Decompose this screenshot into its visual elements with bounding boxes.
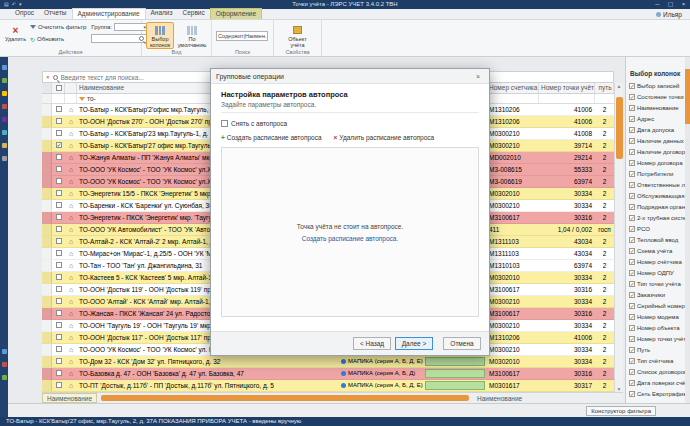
- checkbox-icon[interactable]: ✓: [629, 160, 635, 166]
- remove-autopoll-checkbox[interactable]: Снять с автопроса: [221, 120, 479, 127]
- dock-icon-4[interactable]: [2, 117, 7, 122]
- checkbox-icon[interactable]: ✓: [629, 138, 635, 144]
- search-mode-combo[interactable]: Содержит|Наимен... ▾: [216, 31, 268, 41]
- dock-icon-3[interactable]: [2, 104, 7, 109]
- choose-columns-button[interactable]: Выбор колонок: [146, 22, 174, 49]
- bottom-tab-name[interactable]: Наименование: [42, 393, 97, 403]
- checkbox-icon[interactable]: ✓: [629, 182, 635, 188]
- row-checkbox[interactable]: [52, 188, 65, 199]
- user-chip[interactable]: Ильяр: [656, 10, 682, 19]
- undo-icon[interactable]: ↶: [12, 0, 16, 9]
- dock-icon-9[interactable]: [2, 362, 7, 367]
- row-checkbox[interactable]: [52, 176, 65, 187]
- app-menu-icon[interactable]: ▤: [4, 0, 9, 9]
- object-button[interactable]: Объект учёта: [283, 22, 313, 49]
- row-checkbox[interactable]: [52, 248, 65, 259]
- ribbon-tab-1[interactable]: Отчеты: [39, 8, 71, 19]
- checkbox-icon[interactable]: ✓: [629, 94, 635, 100]
- column-toggle-25[interactable]: ✓Тип счётчика: [626, 355, 690, 366]
- row-checkbox[interactable]: [52, 344, 65, 355]
- row-checkbox[interactable]: [52, 272, 65, 283]
- row-checkbox[interactable]: [52, 152, 65, 163]
- minimize-icon[interactable]: ─: [651, 0, 664, 9]
- dock-icon-10[interactable]: [2, 375, 7, 380]
- row-checkbox[interactable]: [52, 356, 65, 367]
- table-row[interactable]: ⌂ТО-ПТ 'Достык, д.117б' - ПП 'Достык, д.…: [42, 380, 614, 392]
- close-icon[interactable]: ×: [472, 73, 484, 80]
- checkbox-icon[interactable]: ✓: [629, 391, 635, 397]
- close-icon[interactable]: ×: [677, 0, 690, 9]
- column-toggle-10[interactable]: ✓Обслуживающая орг...: [626, 190, 690, 201]
- dock-icon-8[interactable]: [2, 349, 7, 354]
- checkbox-icon[interactable]: ✓: [629, 358, 635, 364]
- column-toggle-2[interactable]: ✓Наименование: [626, 102, 690, 113]
- column-toggle-20[interactable]: ✓Серийный номер сч...: [626, 300, 690, 311]
- row-checkbox[interactable]: ✓: [52, 140, 65, 151]
- column-toggle-0[interactable]: ✓Выбор записей: [626, 80, 690, 91]
- checkbox-icon[interactable]: ✓: [629, 171, 635, 177]
- row-checkbox[interactable]: [52, 104, 65, 115]
- column-toggle-16[interactable]: ✓Номер счётчика: [626, 256, 690, 267]
- column-toggle-27[interactable]: ✓Дата поверки счёт...: [626, 377, 690, 388]
- column-toggle-18[interactable]: ✓Тип точки учёта: [626, 278, 690, 289]
- default-view-button[interactable]: По умолчанию: [177, 22, 207, 49]
- column-toggle-28[interactable]: ✓Сеть Евротрафик: [626, 388, 690, 399]
- header-path[interactable]: путь: [595, 83, 614, 93]
- checkbox-icon[interactable]: ✓: [629, 380, 635, 386]
- checkbox-icon[interactable]: ✓: [629, 270, 635, 276]
- create-schedule-link[interactable]: + Создать расписание автопроса: [221, 134, 322, 141]
- column-toggle-14[interactable]: ✓Тепловой ввод: [626, 234, 690, 245]
- ribbon-tab-0[interactable]: Опрос: [10, 8, 39, 19]
- column-toggle-13[interactable]: ✓РСО: [626, 223, 690, 234]
- clear-search-icon[interactable]: ×: [46, 74, 50, 80]
- header-meter[interactable]: Номер счетчика: [487, 83, 539, 93]
- table-row[interactable]: ⌂ТО-Дом 32 - КСК 'Дом 32' ул. Пятницкого…: [42, 356, 614, 368]
- row-checkbox[interactable]: [52, 164, 65, 175]
- row-checkbox[interactable]: [52, 380, 65, 391]
- column-toggle-24[interactable]: ✓Путь: [626, 344, 690, 355]
- checkbox-icon[interactable]: ✓: [629, 292, 635, 298]
- checkbox-icon[interactable]: ✓: [629, 325, 635, 331]
- checkbox-icon[interactable]: ✓: [629, 127, 635, 133]
- column-toggle-11[interactable]: ✓Подрядная организ...: [626, 201, 690, 212]
- column-toggle-26[interactable]: ✓Список договоров: [626, 366, 690, 377]
- cancel-button[interactable]: Отмена: [443, 337, 481, 350]
- row-checkbox[interactable]: [52, 332, 65, 343]
- column-toggle-15[interactable]: ✓Схема учёта: [626, 245, 690, 256]
- checkbox-icon[interactable]: ✓: [629, 83, 635, 89]
- dock-icon-2[interactable]: [2, 91, 7, 96]
- dock-icon-1[interactable]: [2, 78, 7, 83]
- row-checkbox[interactable]: [52, 212, 65, 223]
- column-toggle-8[interactable]: ✓Потребители: [626, 168, 690, 179]
- checkbox-icon[interactable]: ✓: [629, 116, 635, 122]
- column-toggle-3[interactable]: ✓Адрес: [626, 113, 690, 124]
- column-toggle-7[interactable]: ✓Номер договора: [626, 157, 690, 168]
- checkbox-icon[interactable]: ✓: [629, 149, 635, 155]
- checkbox-icon[interactable]: ✓: [629, 347, 635, 353]
- table-row[interactable]: ⌂ТО-Базовка д. 47 - ООН 'Базовка' д. 47 …: [42, 368, 614, 380]
- checkbox-icon[interactable]: ✓: [629, 314, 635, 320]
- row-checkbox[interactable]: [52, 308, 65, 319]
- row-checkbox[interactable]: [52, 128, 65, 139]
- ribbon-tab-3[interactable]: Анализ: [146, 8, 178, 19]
- scrollbar-thumb[interactable]: [101, 395, 469, 401]
- column-toggle-12[interactable]: ✓2-х трубная система: [626, 212, 690, 223]
- column-toggle-4[interactable]: ✓Дата допуска: [626, 124, 690, 135]
- checkbox-icon[interactable]: ✓: [629, 193, 635, 199]
- column-toggle-23[interactable]: ✓Номер точки учёта: [626, 333, 690, 344]
- row-checkbox[interactable]: [52, 260, 65, 271]
- dock-icon-0[interactable]: [2, 65, 7, 70]
- qat-dropdown-icon[interactable]: ▾: [19, 0, 22, 9]
- panel-scrollbar[interactable]: [685, 57, 690, 403]
- next-button[interactable]: Далее >: [395, 337, 433, 350]
- row-checkbox[interactable]: [52, 368, 65, 379]
- ribbon-tab-2[interactable]: Администрирование: [72, 8, 146, 19]
- delete-button[interactable]: × Удалить: [4, 22, 27, 43]
- scroll-up-icon[interactable]: ▲: [617, 83, 622, 89]
- ribbon-tab-4[interactable]: Сервис: [177, 8, 209, 19]
- scrollbar-thumb[interactable]: [685, 69, 690, 124]
- checkbox-icon[interactable]: ✓: [629, 204, 635, 210]
- checkbox-icon[interactable]: ✓: [629, 237, 635, 243]
- column-toggle-6[interactable]: ✓Наличие договора: [626, 146, 690, 157]
- filter-builder-button[interactable]: Конструктор фильтра: [586, 406, 656, 416]
